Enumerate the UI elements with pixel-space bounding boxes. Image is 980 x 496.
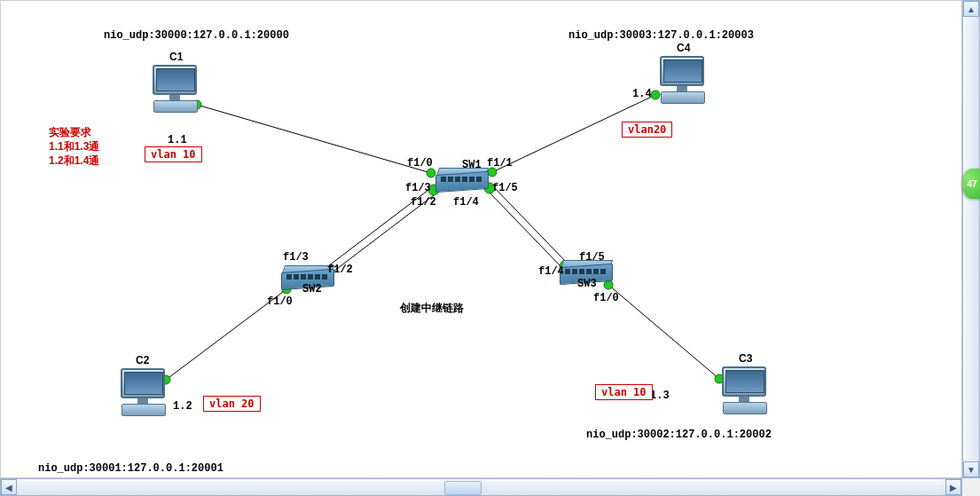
port-sw1-f12: f1/2: [411, 196, 436, 209]
label-sw2: SW2: [302, 283, 322, 295]
port-sw3-f14: f1/4: [538, 265, 564, 278]
nio-c3: nio_udp:30002:127.0.0.1:20002: [586, 429, 772, 441]
port-sw1-f15: f1/5: [492, 182, 518, 194]
scroll-right-button[interactable]: ▶: [945, 479, 961, 495]
ip-c4: 1.4: [632, 88, 652, 100]
vlan-c2: vlan 20: [203, 396, 261, 412]
nio-c4: nio_udp:30003:127.0.0.1:20003: [568, 29, 754, 42]
switch-sw1[interactable]: [435, 168, 487, 194]
vertical-scrollbar[interactable]: ▲ ▼: [962, 0, 980, 478]
req-line2: 1.2和1.4通: [49, 154, 99, 168]
port-sw3-f10: f1/0: [593, 292, 619, 304]
host-c4[interactable]: [655, 56, 709, 105]
svg-line-17: [608, 285, 719, 379]
nio-c2: nio_udp:30001:127.0.0.1:20001: [38, 462, 223, 475]
port-sw2-f13: f1/3: [283, 251, 309, 264]
port-sw2-f10: f1/0: [267, 295, 293, 308]
host-c2[interactable]: [116, 368, 169, 417]
label-c1: C1: [169, 51, 183, 63]
ip-c2: 1.2: [173, 400, 192, 413]
svg-line-11: [492, 185, 568, 264]
scroll-thumb[interactable]: [444, 481, 482, 495]
label-c4: C4: [677, 42, 690, 54]
center-note: 创建中继链路: [400, 301, 464, 316]
port-sw1-f11: f1/1: [487, 157, 513, 169]
ip-c3: 1.3: [650, 390, 670, 402]
host-c3[interactable]: [717, 366, 771, 415]
host-c1[interactable]: [148, 65, 201, 114]
port-sw3-f15: f1/5: [579, 251, 605, 264]
svg-line-10: [487, 190, 562, 268]
side-tab-badge[interactable]: 47: [962, 169, 980, 199]
label-sw3: SW3: [577, 278, 597, 290]
scroll-up-button[interactable]: ▲: [963, 1, 979, 17]
req-line1: 1.1和1.3通: [49, 139, 99, 154]
label-c3: C3: [739, 352, 752, 365]
label-c2: C2: [136, 354, 149, 366]
port-sw1-f10: f1/0: [407, 157, 433, 169]
scroll-down-button[interactable]: ▼: [963, 461, 979, 477]
req-title: 实验要求: [49, 125, 99, 139]
port-sw1-f14: f1/4: [453, 196, 479, 209]
vlan-c1: vlan 10: [145, 146, 202, 162]
nio-c1: nio_udp:30000:127.0.0.1:20000: [104, 29, 289, 42]
horizontal-scrollbar[interactable]: ◀ ▶: [0, 478, 962, 496]
port-sw2-f12: f1/2: [327, 264, 353, 276]
vlan-c3: vlan 10: [595, 384, 653, 400]
vlan-c4: vlan20: [622, 122, 672, 138]
port-sw1-f13: f1/3: [405, 182, 431, 194]
svg-line-0: [197, 105, 431, 173]
label-sw1: SW1: [462, 159, 482, 171]
ip-c1: 1.1: [168, 134, 187, 146]
requirements-block: 实验要求 1.1和1.3通 1.2和1.4通: [49, 125, 99, 168]
svg-point-2: [427, 169, 435, 177]
scroll-left-button[interactable]: ◀: [1, 479, 17, 495]
topology-canvas[interactable]: nio_udp:30000:127.0.0.1:20000 nio_udp:30…: [0, 0, 962, 478]
